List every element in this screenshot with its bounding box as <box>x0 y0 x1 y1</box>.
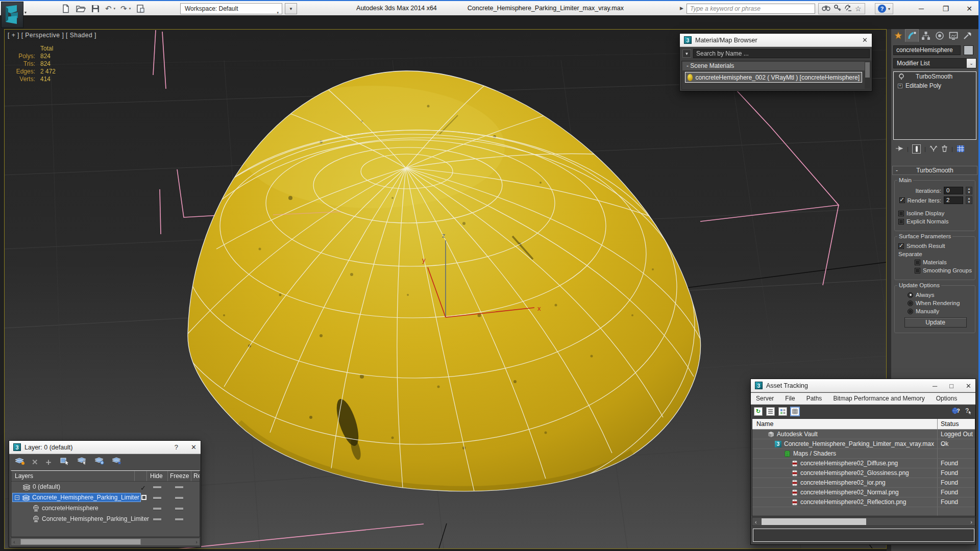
favorites-star-icon[interactable]: ☆ <box>855 5 862 13</box>
redo-dropdown-icon[interactable]: ▾ <box>129 7 131 11</box>
tab-utilities[interactable] <box>960 29 974 42</box>
remove-modifier-icon[interactable] <box>941 145 948 153</box>
layer-row-default[interactable]: 0 (default) ✓ <box>11 482 200 492</box>
help-dropdown-icon[interactable]: ▾ <box>888 7 890 11</box>
set-current-box[interactable] <box>141 495 146 500</box>
col-hide[interactable]: Hide <box>150 471 163 481</box>
asset-row-vault[interactable]: Autodesk Vault Logged Out .. <box>752 430 975 439</box>
material-browser-titlebar[interactable]: 3 Material/Map Browser ✕ <box>680 34 872 47</box>
menu-server[interactable]: Server <box>756 395 774 402</box>
menu-options[interactable]: Options <box>936 395 957 402</box>
layer-object-row[interactable]: Concrete_Hemisphere_Parking_Limiter <box>11 514 200 524</box>
update-button[interactable]: Update <box>904 317 967 328</box>
modifier-list-dropdown[interactable]: Modifier List ⌄ <box>893 58 976 68</box>
thumbnail-view-icon[interactable] <box>778 407 787 416</box>
material-entry-row[interactable]: concreteHemisphere_002 ( VRayMtl ) [conc… <box>685 72 862 83</box>
scroll-left-icon[interactable]: ‹ <box>13 538 15 545</box>
workspace-selector[interactable]: Workspace: Default ▾ <box>180 3 282 14</box>
asset-row-map-file[interactable]: concreteHemisphere02_Diffuse.png Found <box>752 459 975 468</box>
key-subscription-icon[interactable] <box>834 4 841 14</box>
col-render[interactable]: Re <box>193 471 200 481</box>
app-menu-caret-icon[interactable]: ▾ <box>24 10 27 15</box>
create-new-layer-icon[interactable] <box>14 457 26 467</box>
at-maximize-icon[interactable]: □ <box>949 382 953 390</box>
col-status[interactable]: Status <box>941 419 959 429</box>
tab-hierarchy[interactable] <box>919 29 933 42</box>
asset-row-map-file[interactable]: concreteHemisphere02_Normal.png Found <box>752 488 975 497</box>
smooth-result-checkbox[interactable] <box>898 243 904 249</box>
delete-layer-icon[interactable]: ✕ <box>32 458 38 467</box>
layer-close-icon[interactable]: ✕ <box>191 443 197 451</box>
redo-icon[interactable]: ↷ <box>120 4 127 14</box>
material-list-scrollbar[interactable] <box>865 62 870 89</box>
manually-radio[interactable] <box>908 309 913 314</box>
menu-bitmap-performance[interactable]: Bitmap Performance and Memory <box>833 395 924 402</box>
always-radio[interactable] <box>908 292 913 298</box>
context-help-icon[interactable]: ? <box>964 407 972 417</box>
add-to-layer-icon[interactable]: ＋ <box>44 456 53 468</box>
application-menu-button[interactable] <box>1 2 23 28</box>
close-button[interactable]: ✕ <box>961 3 978 14</box>
browser-options-icon[interactable]: ▼ <box>682 49 691 58</box>
menu-file[interactable]: File <box>785 395 795 402</box>
tab-motion[interactable] <box>933 29 946 42</box>
current-layer-check-icon[interactable]: ✓ <box>140 483 146 493</box>
toolbar-overflow-button[interactable]: ▼ <box>285 3 297 14</box>
object-color-swatch[interactable] <box>964 45 973 55</box>
layer-object-row[interactable]: concreteHemisphere <box>11 503 200 514</box>
tab-create[interactable] <box>891 29 905 42</box>
menu-paths[interactable]: Paths <box>806 395 822 402</box>
open-file-icon[interactable] <box>76 4 86 13</box>
turbosmooth-rollout-header[interactable]: - TurboSmooth <box>892 166 977 175</box>
scrollbar-thumb[interactable] <box>20 539 141 545</box>
show-end-result-icon[interactable] <box>912 144 921 154</box>
asset-row-map-file[interactable]: concreteHemisphere02_Reflection.png Foun… <box>752 497 975 507</box>
rollout-collapse-icon[interactable]: - <box>896 166 898 174</box>
asset-table-header[interactable]: Name Status <box>752 419 975 430</box>
layer-titlebar[interactable]: 3 Layer: 0 (default) ? ✕ <box>9 441 201 454</box>
scrollbar-thumb[interactable] <box>762 518 866 525</box>
select-layer-icon[interactable] <box>77 457 88 467</box>
layer-table-header[interactable]: Layers Hide Freeze Re <box>11 471 200 482</box>
hemisphere-object[interactable] <box>152 71 701 513</box>
communication-center-icon[interactable] <box>844 4 852 14</box>
viewport-label[interactable]: [ + ] [ Perspective ] [ Shaded ] <box>8 32 96 39</box>
refresh-icon[interactable]: ↻ <box>754 407 763 416</box>
scene-materials-header[interactable]: - Scene Materials <box>682 62 865 70</box>
collapse-minus-icon[interactable]: − <box>15 495 19 500</box>
stack-item-editable-poly[interactable]: + Editable Poly <box>894 81 976 90</box>
online-help-icon[interactable]: ? <box>951 407 961 417</box>
layer-row-selected[interactable]: − Concrete_Hemisphere_Parking_Limiter <box>11 492 200 503</box>
at-close-icon[interactable]: ✕ <box>966 382 971 390</box>
configure-modifier-sets-icon[interactable] <box>957 145 965 154</box>
undo-icon[interactable]: ↶ <box>105 4 112 14</box>
new-scene-icon[interactable] <box>61 4 70 13</box>
modifier-list-caret-icon[interactable]: ⌄ <box>967 59 976 68</box>
iterations-field[interactable]: 0 <box>944 187 963 194</box>
project-folder-icon[interactable] <box>136 4 145 13</box>
lightbulb-icon[interactable] <box>898 73 904 80</box>
binoculars-search-icon[interactable] <box>822 4 830 13</box>
iterations-spinner[interactable]: ▲▼ <box>966 187 972 194</box>
search-input[interactable] <box>687 4 815 14</box>
scroll-right-icon[interactable]: › <box>195 538 198 545</box>
scroll-right-icon[interactable]: › <box>970 518 972 525</box>
scrollbar-thumb[interactable] <box>865 62 870 78</box>
asset-row-maxfile[interactable]: 3 Concrete_Hemisphere_Parking_Limiter_ma… <box>752 439 975 449</box>
render-iters-spinner[interactable]: ▲▼ <box>966 196 972 204</box>
modifier-stack[interactable]: TurboSmooth + Editable Poly <box>893 71 976 140</box>
make-unique-icon[interactable] <box>929 145 938 153</box>
tab-display[interactable] <box>946 29 960 42</box>
save-file-icon[interactable] <box>91 4 100 13</box>
col-name[interactable]: Name <box>756 419 773 429</box>
asset-hscrollbar[interactable]: ‹ › <box>752 517 975 526</box>
asset-row-map-file[interactable]: concreteHemisphere02_Glossiness.png Foun… <box>752 468 975 478</box>
pin-stack-icon[interactable] <box>895 145 903 153</box>
explicit-normals-checkbox[interactable] <box>898 219 904 224</box>
select-objects-in-layer-icon[interactable] <box>59 457 70 467</box>
materials-checkbox[interactable] <box>915 260 920 265</box>
render-iters-field[interactable]: 2 <box>944 196 963 204</box>
undo-dropdown-icon[interactable]: ▾ <box>114 7 116 11</box>
material-browser-close-icon[interactable]: ✕ <box>862 36 868 44</box>
layer-hscrollbar[interactable]: ‹ › <box>11 538 200 546</box>
